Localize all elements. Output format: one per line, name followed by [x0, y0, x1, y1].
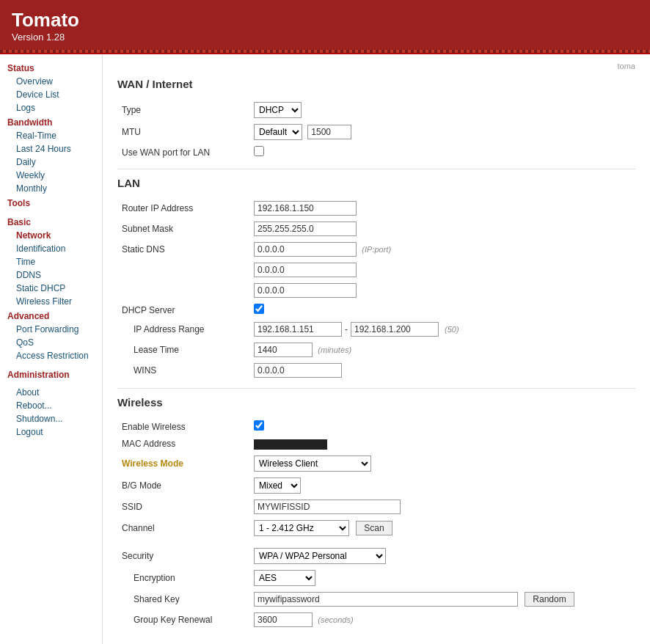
wireless-form: Enable Wireless MAC Address Wireless Mod…	[117, 417, 635, 630]
sidebar-item-shutdown[interactable]: Shutdown...	[0, 412, 102, 425]
wireless-security-cell: WPA / WPA2 Personal WPA2 Personal WPA Pe…	[249, 545, 635, 567]
sidebar-item-static-dhcp[interactable]: Static DHCP	[0, 282, 102, 295]
wan-lan-divider	[117, 169, 635, 169]
sidebar-item-realtime[interactable]: Real-Time	[0, 129, 102, 142]
sidebar-section-basic[interactable]: Basic	[0, 214, 102, 229]
wan-type-label: Type	[117, 99, 249, 121]
wireless-group-key-row: Group Key Renewal (seconds)	[117, 610, 635, 630]
wireless-mode-select[interactable]: Wireless Client Access Point Ad-Hoc	[254, 455, 371, 472]
group-key-hint: (seconds)	[318, 615, 353, 624]
wireless-ssid-label: SSID	[117, 497, 249, 517]
wan-use-wan-checkbox[interactable]	[254, 146, 264, 156]
sidebar-section-advanced[interactable]: Advanced	[0, 308, 102, 323]
sidebar-section-status[interactable]: Status	[0, 60, 102, 75]
wireless-security-select[interactable]: WPA / WPA2 Personal WPA2 Personal WPA Pe…	[254, 548, 386, 564]
sidebar-item-port-forwarding[interactable]: Port Forwarding	[0, 323, 102, 336]
wan-mtu-select[interactable]: Default Manual	[254, 124, 302, 140]
lan-wins-row: WINS	[117, 360, 635, 381]
wireless-bg-mode-cell: Mixed B Only G Only	[249, 475, 635, 497]
lan-static-dns-label: Static DNS	[117, 239, 249, 260]
sidebar-section-bandwidth[interactable]: Bandwidth	[0, 114, 102, 129]
sidebar-section-tools[interactable]: Tools	[0, 195, 102, 210]
lan-lease-time-row: Lease Time (minutes)	[117, 340, 635, 360]
wan-mtu-row: MTU Default Manual	[117, 121, 635, 143]
wireless-group-key-input[interactable]	[254, 612, 313, 627]
wireless-channel-cell: 1 - 2.412 GHz 2 - 2.417 GHz 6 - 2.437 GH…	[249, 517, 635, 539]
sidebar-item-time[interactable]: Time	[0, 255, 102, 268]
wan-type-row: Type DHCP Static PPPoE	[117, 99, 635, 121]
lan-static-dns-3-input[interactable]	[254, 283, 357, 298]
sidebar-item-ddns[interactable]: DDNS	[0, 268, 102, 282]
lan-router-ip-label: Router IP Address	[117, 198, 249, 219]
ip-range-container: - (50)	[254, 322, 631, 337]
wireless-shared-key-input[interactable]	[254, 592, 518, 607]
lan-router-ip-input[interactable]	[254, 201, 357, 216]
wireless-shared-key-label: Shared Key	[117, 589, 249, 610]
wireless-channel-row: Channel 1 - 2.412 GHz 2 - 2.417 GHz 6 - …	[117, 517, 635, 539]
wireless-encryption-row: Encryption AES TKIP AES+TKIP	[117, 567, 635, 589]
wireless-mode-row: Wireless Mode Wireless Client Access Poi…	[117, 453, 635, 475]
scan-button[interactable]: Scan	[356, 521, 392, 535]
lan-static-dns-2-input[interactable]	[254, 263, 357, 277]
random-button[interactable]: Random	[525, 592, 574, 607]
wireless-enable-checkbox[interactable]	[254, 420, 264, 431]
wireless-encryption-cell: AES TKIP AES+TKIP	[249, 567, 635, 589]
lan-lease-time-label: Lease Time	[117, 340, 249, 360]
lan-ip-range-cell: - (50)	[249, 319, 635, 340]
wan-use-wan-cell	[249, 143, 635, 161]
lan-router-ip-row: Router IP Address	[117, 198, 635, 219]
wan-type-select[interactable]: DHCP Static PPPoE	[254, 102, 302, 118]
wireless-encryption-select[interactable]: AES TKIP AES+TKIP	[254, 570, 315, 586]
wan-use-wan-label: Use WAN port for LAN	[117, 143, 249, 161]
lan-ip-range-end-input[interactable]	[351, 322, 439, 337]
wireless-spacer-row	[117, 539, 635, 545]
sidebar-item-weekly[interactable]: Weekly	[0, 169, 102, 182]
wan-form: Type DHCP Static PPPoE MTU Default Manua…	[117, 99, 635, 161]
sidebar-item-network[interactable]: Network	[0, 229, 102, 242]
sidebar-item-wireless-filter[interactable]: Wireless Filter	[0, 295, 102, 308]
lan-static-dns3-cell	[249, 280, 635, 301]
lan-subnet-label: Subnet Mask	[117, 219, 249, 239]
lan-subnet-input[interactable]	[254, 222, 357, 236]
sidebar-item-access-restriction[interactable]: Access Restriction	[0, 349, 102, 362]
sidebar-section-administration[interactable]: Administration	[0, 367, 102, 381]
sidebar-item-logs[interactable]: Logs	[0, 101, 102, 114]
sidebar-item-daily[interactable]: Daily	[0, 155, 102, 169]
lan-dhcp-server-label: DHCP Server	[117, 301, 249, 319]
wan-section-header: WAN / Internet	[117, 78, 635, 93]
wireless-enable-row: Enable Wireless	[117, 417, 635, 436]
sidebar-item-device-list[interactable]: Device List	[0, 88, 102, 101]
wireless-channel-select[interactable]: 1 - 2.412 GHz 2 - 2.417 GHz 6 - 2.437 GH…	[254, 520, 349, 536]
lan-dhcp-server-checkbox[interactable]	[254, 304, 264, 314]
sidebar-item-about[interactable]: About	[0, 386, 102, 399]
sidebar-item-qos[interactable]: QoS	[0, 336, 102, 349]
lan-ip-range-start-input[interactable]	[254, 322, 342, 337]
wireless-bg-mode-select[interactable]: Mixed B Only G Only	[254, 477, 301, 494]
wireless-enable-label: Enable Wireless	[117, 417, 249, 436]
wan-mtu-cell: Default Manual	[249, 121, 635, 143]
lan-subnet-row: Subnet Mask	[117, 219, 635, 239]
wireless-bg-mode-row: B/G Mode Mixed B Only G Only	[117, 475, 635, 497]
sidebar-item-last24[interactable]: Last 24 Hours	[0, 142, 102, 155]
wireless-security-row: Security WPA / WPA2 Personal WPA2 Person…	[117, 545, 635, 567]
wireless-section-header: Wireless	[117, 396, 635, 411]
lan-wins-label: WINS	[117, 360, 249, 381]
sidebar-item-monthly[interactable]: Monthly	[0, 182, 102, 195]
wan-use-wan-row: Use WAN port for LAN	[117, 143, 635, 161]
sidebar-item-overview[interactable]: Overview	[0, 75, 102, 88]
wireless-ssid-input[interactable]	[254, 500, 401, 514]
lan-wins-cell	[249, 360, 635, 381]
lan-static-dns-1-input[interactable]	[254, 242, 357, 257]
lan-dhcp-server-cell	[249, 301, 635, 319]
sidebar-item-logout[interactable]: Logout	[0, 425, 102, 439]
wan-mtu-input[interactable]	[307, 125, 351, 139]
sidebar-item-reboot[interactable]: Reboot...	[0, 399, 102, 412]
lan-section-header: LAN	[117, 177, 635, 192]
topright-label: toma	[117, 62, 635, 70]
lan-static-dns2-cell	[249, 260, 635, 280]
wireless-mac-label: MAC Address	[117, 436, 249, 453]
sidebar-item-identification[interactable]: Identification	[0, 242, 102, 255]
lan-static-dns-row: Static DNS (IP:port)	[117, 239, 635, 260]
lan-lease-time-input[interactable]	[254, 343, 313, 357]
lan-wins-input[interactable]	[254, 363, 342, 378]
